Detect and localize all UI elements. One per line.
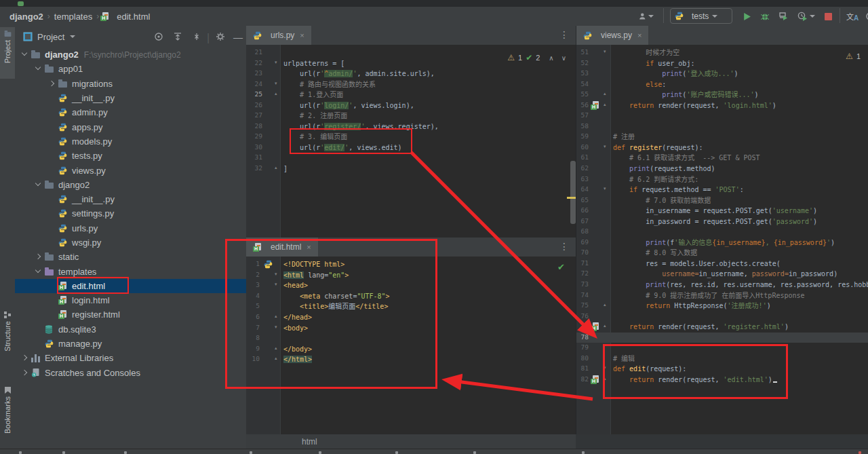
code-line-56[interactable]: 56H▴ return render(request, 'login.html'… bbox=[576, 100, 868, 111]
profiler-button[interactable] bbox=[795, 10, 810, 23]
code-line-24[interactable]: 24▾ # 路由与视图函数的关系 bbox=[246, 79, 576, 90]
expand-all-icon[interactable] bbox=[173, 32, 182, 44]
more-options-icon[interactable]: ⋮ bbox=[559, 29, 569, 40]
breadcrumb-project[interactable]: django2 bbox=[9, 12, 43, 22]
run-button[interactable] bbox=[739, 10, 754, 23]
code-line-68[interactable]: 68 bbox=[576, 227, 868, 238]
tree-item-models-py[interactable]: models.py bbox=[15, 134, 246, 149]
code-line-76[interactable]: 76 bbox=[576, 311, 868, 322]
tree-item-apps-py[interactable]: apps.py bbox=[15, 119, 246, 134]
code-line-27[interactable]: 27 # 2. 注册页面 bbox=[246, 111, 576, 121]
collapse-all-icon[interactable] bbox=[192, 32, 201, 44]
urls-scrollbar-thumb[interactable] bbox=[570, 161, 576, 224]
urls-inspection-widget[interactable]: ⚠ 1 ✔ 2 ∧ ∨ bbox=[507, 53, 566, 62]
close-icon[interactable]: × bbox=[637, 31, 642, 39]
tree-item-urls-py[interactable]: urls.py bbox=[15, 221, 246, 235]
fold-marker-icon[interactable]: ▴ bbox=[275, 91, 277, 96]
code-line-53[interactable]: 53 print('登入成功...') bbox=[576, 69, 868, 79]
next-problem-icon[interactable]: ∨ bbox=[561, 54, 566, 62]
code-line-57[interactable]: 57 bbox=[576, 111, 868, 121]
tree-item-login-html[interactable]: Hlogin.html bbox=[15, 293, 246, 307]
fold-marker-icon[interactable]: ▾ bbox=[275, 60, 277, 65]
tree-item-static[interactable]: static bbox=[15, 250, 246, 264]
stripe-tab-project[interactable]: Project bbox=[0, 27, 15, 79]
code-line-32[interactable]: 32▴] bbox=[246, 164, 576, 174]
breadcrumb-file[interactable]: edit.html bbox=[117, 12, 150, 22]
code-line-73[interactable]: 73 print(res, res.id, res.username, res.… bbox=[576, 280, 868, 290]
tree-item-templates[interactable]: templates bbox=[15, 264, 246, 278]
code-line-78[interactable]: 78 bbox=[576, 333, 868, 343]
profiler-dropdown-icon[interactable] bbox=[808, 10, 816, 23]
html-gutter-icon[interactable]: H bbox=[591, 375, 604, 387]
fold-marker-icon[interactable]: ▴ bbox=[275, 165, 277, 170]
run-config-selector[interactable]: tests bbox=[670, 8, 732, 24]
code-line-25[interactable]: 25▴ # 1.登入页面 bbox=[246, 90, 576, 100]
tree-item-admin-py[interactable]: admin.py bbox=[15, 105, 246, 119]
chevron-down-icon[interactable] bbox=[35, 268, 42, 276]
fold-marker-icon[interactable]: ▾ bbox=[604, 186, 606, 191]
fold-marker-icon[interactable]: ▾ bbox=[275, 81, 277, 86]
code-line-23[interactable]: 23 url(r'^admin/', admin.site.urls), bbox=[246, 69, 576, 79]
views-inspection-widget[interactable]: ⚠ 1 bbox=[846, 52, 861, 61]
stripe-tab-structure[interactable]: Structure bbox=[0, 309, 15, 370]
tree-item--init-py[interactable]: __init__.py bbox=[15, 192, 246, 206]
code-line-55[interactable]: 55▴ print('账户或密码错误...') bbox=[576, 90, 868, 100]
chevron-right-icon[interactable] bbox=[48, 80, 56, 88]
code-line-67[interactable]: 67 in_password = request.POST.get('passw… bbox=[576, 216, 868, 227]
code-line-61[interactable]: 61 # 6.1 获取请求方式 --> GET & POST bbox=[576, 153, 868, 164]
tree-item-edit-html[interactable]: Hedit.html bbox=[15, 279, 246, 293]
fold-marker-icon[interactable]: ▴ bbox=[604, 102, 606, 107]
fold-marker-icon[interactable]: ▾ bbox=[604, 49, 606, 54]
code-line-65[interactable]: 65 # 7.0 获取前端数据 bbox=[576, 195, 868, 206]
chevron-right-icon[interactable] bbox=[21, 354, 28, 362]
tree-item-wsgi-py[interactable]: wsgi.py bbox=[15, 235, 246, 250]
run-with-coverage-button[interactable] bbox=[776, 10, 791, 23]
hide-panel-icon[interactable]: — bbox=[233, 32, 243, 43]
code-line-26[interactable]: 26 url(r'login/', views.login), bbox=[246, 100, 576, 111]
code-line-60[interactable]: 60▾def register(request): bbox=[576, 143, 868, 153]
prev-problem-icon[interactable]: ∧ bbox=[549, 54, 553, 62]
tab-urls-py[interactable]: urls.py × bbox=[246, 26, 311, 45]
tree-item-django2[interactable]: django2 bbox=[15, 178, 246, 192]
fold-marker-icon[interactable]: ▴ bbox=[604, 323, 606, 328]
code-line-54[interactable]: 54 else: bbox=[576, 79, 868, 90]
code-line-52[interactable]: 52 if user_obj: bbox=[576, 58, 868, 69]
tree-item-external-libraries[interactable]: External Libraries bbox=[15, 351, 246, 365]
debug-button[interactable] bbox=[757, 10, 772, 23]
search-everywhere-icon[interactable] bbox=[861, 10, 868, 23]
code-line-70[interactable]: 70 # 8.0 写入数据 bbox=[576, 248, 868, 259]
code-line-74[interactable]: 74 # 9.0 提示注册成功了 在前面导入HttpResponse bbox=[576, 290, 868, 301]
chevron-right-icon[interactable] bbox=[21, 369, 28, 377]
chevron-right-icon[interactable] bbox=[35, 253, 42, 261]
chevron-down-icon[interactable] bbox=[35, 65, 42, 73]
tree-item-scratches-and-consoles[interactable]: Scratches and Consoles bbox=[15, 366, 246, 380]
tree-item-tests-py[interactable]: tests.py bbox=[15, 149, 246, 163]
code-line-51[interactable]: 51▾ 时候才为空 bbox=[576, 48, 868, 58]
chevron-down-icon[interactable] bbox=[21, 51, 28, 58]
code-line-59[interactable]: 59# 注册 bbox=[576, 132, 868, 143]
tree-item-views-py[interactable]: views.py bbox=[15, 163, 246, 177]
more-options-icon[interactable]: ⋮ bbox=[559, 241, 569, 252]
breadcrumb-templates[interactable]: templates bbox=[54, 12, 92, 22]
gear-icon[interactable] bbox=[216, 32, 225, 44]
tree-item-app01[interactable]: app01 bbox=[15, 62, 246, 76]
stop-button[interactable] bbox=[821, 10, 835, 23]
chevron-down-icon[interactable] bbox=[35, 181, 42, 189]
user-account-icon[interactable] bbox=[639, 10, 654, 23]
tree-item-settings-py[interactable]: settings.py bbox=[15, 206, 246, 221]
code-line-64[interactable]: 64▾ if request.method == 'POST': bbox=[576, 185, 868, 195]
code-line-62[interactable]: 62 print(request.method) bbox=[576, 164, 868, 174]
stripe-tab-bookmarks[interactable]: Bookmarks bbox=[0, 384, 15, 449]
fold-marker-icon[interactable]: ▾ bbox=[604, 144, 606, 149]
close-icon[interactable]: × bbox=[300, 31, 304, 39]
code-line-77[interactable]: 77H▴ return render(request, 'register.ht… bbox=[576, 322, 868, 333]
code-line-71[interactable]: 71 res = models.User.objects.create( bbox=[576, 259, 868, 269]
code-line-75[interactable]: 75▴ return HttpResponse('注册成功!') bbox=[576, 301, 868, 311]
tree-item-django2[interactable]: django2F:\synchro\Project\django2 bbox=[15, 48, 246, 62]
code-line-69[interactable]: 69 print(f'输入的信息{in_username}, {in_passw… bbox=[576, 238, 868, 248]
tree-item-migrations[interactable]: migrations bbox=[15, 77, 246, 91]
code-line-72[interactable]: 72 username=in_username, password=in_pas… bbox=[576, 269, 868, 280]
project-view-dropdown-icon[interactable] bbox=[70, 35, 75, 38]
code-line-58[interactable]: 58 bbox=[576, 121, 868, 132]
fold-marker-icon[interactable]: ▴ bbox=[604, 302, 606, 307]
